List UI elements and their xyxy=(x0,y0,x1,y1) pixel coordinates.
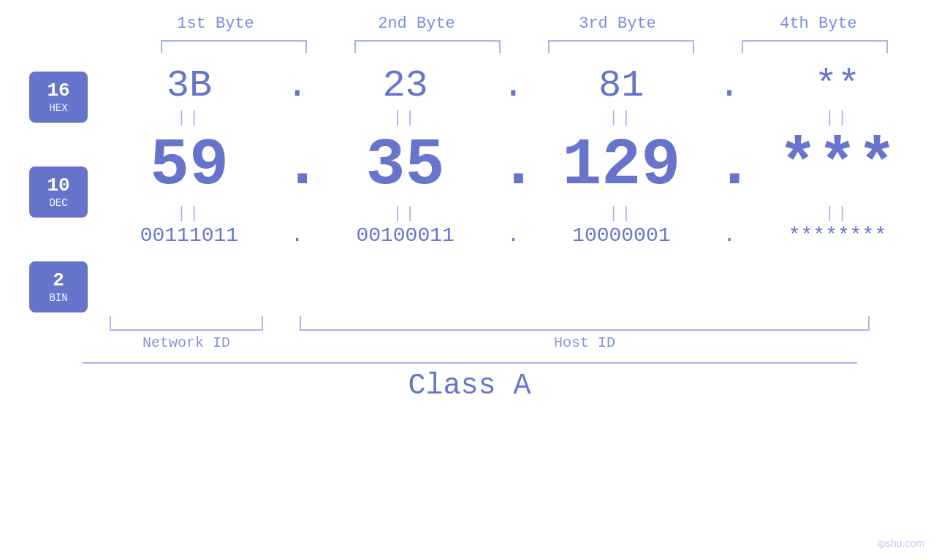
equals-row-2: || || || || xyxy=(102,204,924,223)
badge-bin-number: 2 xyxy=(53,269,64,292)
eq2-4: || xyxy=(757,204,918,223)
bracket-top-4 xyxy=(742,40,888,53)
class-section: Class A xyxy=(0,362,939,402)
eq2-3: || xyxy=(541,204,702,223)
host-id-label: Host ID xyxy=(300,334,870,351)
hex-val-2: 23 xyxy=(325,64,486,107)
badge-hex: 16 HEX xyxy=(29,72,88,123)
grid-area: 3B . 23 . 81 . ** || || || || 59 xyxy=(102,64,939,247)
bin-val-1: 00111011 xyxy=(109,224,270,247)
dec-val-3: 129 xyxy=(541,133,702,199)
bin-val-2: 00100011 xyxy=(325,224,486,247)
hex-dot-3: . xyxy=(715,64,744,107)
class-bracket-line xyxy=(83,362,857,364)
dec-values-row: 59 . 35 . 129 . *** xyxy=(102,129,924,203)
badge-hex-label: HEX xyxy=(49,102,67,115)
badge-bin-label: BIN xyxy=(49,292,67,304)
byte-header-1: 1st Byte xyxy=(135,15,296,33)
bin-val-3: 10000001 xyxy=(541,224,702,247)
watermark: ipshu.com xyxy=(878,537,924,549)
dec-dot-3: . xyxy=(715,129,744,203)
byte-headers-row: 1st Byte 2nd Byte 3rd Byte 4th Byte xyxy=(115,15,919,33)
eq-2: || xyxy=(325,109,486,127)
dec-val-1: 59 xyxy=(109,133,270,199)
class-label: Class A xyxy=(408,369,531,402)
main-container: 1st Byte 2nd Byte 3rd Byte 4th Byte 16 H… xyxy=(0,0,939,560)
byte-header-3: 3rd Byte xyxy=(537,15,698,33)
dec-dot-1: . xyxy=(283,129,312,203)
eq-4: || xyxy=(757,109,918,127)
badge-dec-label: DEC xyxy=(49,197,67,210)
bracket-spacer xyxy=(263,316,300,331)
eq2-1: || xyxy=(109,204,270,223)
eq2-2: || xyxy=(325,204,486,223)
host-id-bracket xyxy=(300,316,870,331)
badge-bin: 2 BIN xyxy=(29,261,88,312)
byte-header-4: 4th Byte xyxy=(738,15,899,33)
network-id-label: Network ID xyxy=(110,334,263,351)
hex-val-4: ** xyxy=(757,64,918,107)
bin-values-row: 00111011 . 00100011 . 10000001 . *******… xyxy=(102,224,924,247)
bin-dot-3: . xyxy=(715,224,744,247)
eq-1: || xyxy=(109,109,270,127)
bottom-section: Network ID Host ID xyxy=(0,316,939,351)
dec-val-4: *** xyxy=(757,133,918,199)
bottom-brackets xyxy=(110,316,884,331)
equals-row-1: || || || || xyxy=(102,109,924,127)
badge-dec-number: 10 xyxy=(47,174,69,197)
hex-val-1: 3B xyxy=(109,64,270,107)
content-area: 16 HEX 10 DEC 2 BIN 3B . 23 . 81 . ** xyxy=(0,64,939,312)
dec-dot-2: . xyxy=(498,129,528,203)
bin-dot-2: . xyxy=(498,224,528,247)
eq-3: || xyxy=(541,109,702,127)
id-labels: Network ID Host ID xyxy=(110,334,884,351)
badges-column: 16 HEX 10 DEC 2 BIN xyxy=(0,64,102,312)
network-id-bracket xyxy=(110,316,263,331)
badge-dec: 10 DEC xyxy=(29,166,88,218)
byte-header-2: 2nd Byte xyxy=(336,15,497,33)
dec-val-2: 35 xyxy=(325,133,486,199)
hex-val-3: 81 xyxy=(541,64,702,107)
top-bracket-row xyxy=(137,40,912,53)
bracket-top-3 xyxy=(548,40,694,53)
bracket-top-2 xyxy=(354,40,501,53)
bin-val-4: ******** xyxy=(757,224,918,247)
bracket-top-1 xyxy=(161,40,307,53)
badge-hex-number: 16 xyxy=(47,80,69,102)
labels-spacer xyxy=(263,334,300,351)
hex-values-row: 3B . 23 . 81 . ** xyxy=(102,64,924,107)
hex-dot-2: . xyxy=(498,64,528,107)
hex-dot-1: . xyxy=(283,64,312,107)
bin-dot-1: . xyxy=(283,224,312,247)
